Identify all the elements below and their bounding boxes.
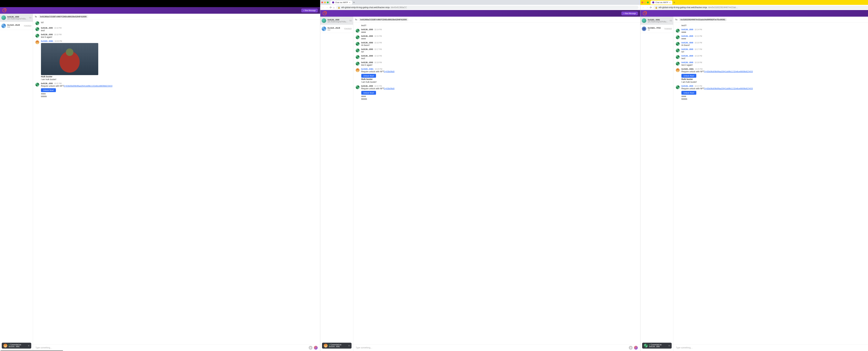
message-image[interactable]	[41, 43, 98, 75]
reload-icon[interactable]: ⟳	[650, 6, 652, 9]
message-input[interactable]	[676, 347, 868, 349]
black-header-bar	[0, 0, 320, 7]
nft-link[interactable]: 0×83b06d09b99ad2641dd9b1132e8ce8809b8234…	[704, 70, 753, 73]
minimize-window-icon[interactable]	[644, 2, 646, 3]
forward-icon[interactable]: →	[646, 6, 648, 9]
sender-name: 0x9136...05f0	[361, 61, 373, 64]
url-input[interactable]: 🔒eth-global-xmtp-lit-img-gating-chat.web…	[653, 6, 868, 9]
back-icon[interactable]: ←	[642, 6, 645, 9]
gear-icon[interactable]: ⚙	[28, 345, 30, 347]
message-text: hi!!	[681, 50, 868, 53]
unlock-button[interactable]: Unlock Now!	[681, 91, 696, 95]
message-time: 10:18 PM	[694, 62, 702, 64]
new-message-button[interactable]: + New Message	[621, 12, 638, 15]
nft-link[interactable]: 0×83b06d09b99ad2641dd9b1132e8ce8809b8234…	[704, 87, 753, 90]
maximize-window-icon[interactable]	[647, 2, 649, 3]
close-tab-icon[interactable]: ×	[349, 1, 350, 4]
avatar	[35, 40, 39, 44]
thread-preview: ipfs://bafkreiegmd7h35uhento3ywxsvcwfv3d…	[328, 21, 348, 23]
new-tab-icon[interactable]: +	[353, 1, 355, 4]
avatar	[356, 55, 360, 59]
to-address-chip[interactable]: 0x318323924f487A415abb34d99f582F3e7Dc093…	[679, 18, 727, 21]
message-input[interactable]	[35, 347, 307, 349]
to-bar: To: 0x91368aCCD2B7c9807CD9Dc889158e5294F…	[33, 14, 320, 20]
back-icon[interactable]: ←	[322, 6, 324, 9]
browser-tab-bar: Chat via XMTP× +	[320, 0, 641, 5]
app-logo-icon	[643, 11, 647, 15]
avatar	[322, 27, 326, 31]
gear-icon[interactable]: ⚙	[669, 345, 670, 347]
unlock-button[interactable]: Unlock Now!	[681, 74, 696, 78]
image-title: Hulk buster	[361, 78, 638, 80]
image-caption: I am hulk buster!	[681, 81, 868, 83]
unlock-button[interactable]: Unlock Now!	[361, 74, 376, 78]
messages-pane[interactable]: test!!! 0x9136...05f010:14 PMaaaa 0x9136…	[353, 23, 641, 344]
browser-tab[interactable]: Chat via XMTP×	[650, 1, 672, 4]
sender-name: 0x9136...05f0	[681, 35, 693, 37]
minimize-window-icon[interactable]	[324, 2, 326, 3]
thread-item[interactable]: 0x9136...05f0 ipfs://bafkreiegmd7h35uhen…	[0, 14, 33, 22]
home-icon[interactable]: ⌂	[333, 6, 335, 9]
new-tab-icon[interactable]: +	[673, 1, 675, 4]
thread-item[interactable]: 0x9136...05f0ipfs://bafkreiegmd7h35uhent…	[320, 16, 353, 25]
message-time: 10:15 PM	[694, 35, 702, 37]
messages-pane[interactable]: hi!! 0x9136...05f010:18 PMtest! 0x9136..…	[33, 20, 320, 344]
new-message-button[interactable]: + New Message	[301, 9, 318, 12]
connected-label: Connected as:	[331, 344, 342, 346]
unlock-button[interactable]: Unlock Now!	[361, 91, 376, 95]
close-window-icon[interactable]	[642, 2, 643, 3]
reload-icon[interactable]: ⟳	[330, 6, 332, 9]
message-text: eeee	[681, 37, 868, 40]
message-text: bbbbb	[681, 98, 868, 100]
send-button[interactable]: ➤	[629, 346, 632, 350]
maximize-window-icon[interactable]	[327, 2, 329, 3]
sender-name: 0x3183...9381	[361, 68, 373, 70]
thread-preview: ipfs://bafkreiegmd7h35uhento3ywxsvcwfv3d…	[648, 21, 668, 23]
messages-pane[interactable]: test!!! 0x9136...05f010:14 PMaaaa 0x9136…	[673, 23, 868, 344]
avatar	[676, 29, 680, 33]
send-button[interactable]: ➤	[309, 346, 312, 350]
close-tab-icon[interactable]: ×	[669, 1, 671, 4]
message-time: 10:16 PM	[374, 42, 382, 44]
avatar	[356, 68, 360, 72]
to-address-chip[interactable]: 0x91368aCCD2B7c9807CD9Dc889158e5294F4105…	[359, 18, 408, 21]
sender-name: 0x9136...05f0	[681, 55, 693, 57]
connected-as-box: Connected as:0x3183...9381⚙	[322, 343, 351, 349]
url-input[interactable]: 🔒eth-global-xmtp-lit-img-gating-chat.web…	[336, 6, 639, 9]
message-text: eeee	[361, 37, 638, 40]
sender-name: 0x3183...9381	[681, 68, 693, 70]
avatar	[3, 344, 7, 348]
thread-item[interactable]: 0xc5e9...26cBtest7/24/2022	[320, 25, 353, 33]
unlock-button[interactable]: Unlock Now!	[41, 88, 56, 92]
nft-link[interactable]: 0×83b06d0	[384, 87, 395, 90]
thread-item[interactable]: 0xC6E5...7F6C107/23/2022	[641, 25, 673, 33]
sender-name: 0x9136...05f0	[361, 42, 373, 44]
nft-link[interactable]: 0×83b06d0	[384, 70, 395, 73]
message-time: 10:18 PM	[54, 27, 62, 29]
close-window-icon[interactable]	[321, 2, 323, 3]
horizontal-scrollbar[interactable]	[1, 350, 63, 351]
sender-name: 0x9136...05f0	[41, 33, 53, 36]
sender-name: 0x9136...05f0	[361, 35, 373, 37]
message-text: aaaa	[361, 31, 638, 33]
thread-item[interactable]: 0x3183...9381ipfs://bafkreiegmd7h35uhent…	[641, 16, 673, 25]
message-time: 10:22 PM	[374, 85, 382, 87]
message-text: Require unlock with NFT0×83b06d0	[361, 87, 638, 90]
forward-icon[interactable]: →	[326, 6, 328, 9]
browser-tab-bar: Chat via XMTP× +	[641, 0, 868, 5]
user-avatar[interactable]	[314, 346, 318, 350]
thread-item[interactable]: 0xc5e9...26cB test 7/24/2022	[0, 22, 33, 30]
nft-link[interactable]: 0×83b06d09b99ad2641dd9b1132e8ce8809b8234…	[64, 85, 112, 87]
thread-date: 7/24/2022	[344, 28, 352, 30]
message-input[interactable]	[356, 347, 627, 349]
message-text: test!	[41, 29, 318, 32]
avatar	[676, 42, 680, 46]
message-text: test!	[681, 57, 868, 60]
message-text: aaaa	[681, 95, 868, 98]
gear-icon[interactable]: ⚙	[348, 345, 350, 347]
to-address-chip[interactable]: 0x91368aCCD2B7c9807CD9Dc889158e5294F4105…	[38, 15, 88, 18]
avatar	[35, 21, 39, 25]
composer: ➤	[33, 344, 320, 351]
user-avatar[interactable]	[634, 346, 638, 350]
browser-tab[interactable]: Chat via XMTP×	[330, 1, 352, 4]
